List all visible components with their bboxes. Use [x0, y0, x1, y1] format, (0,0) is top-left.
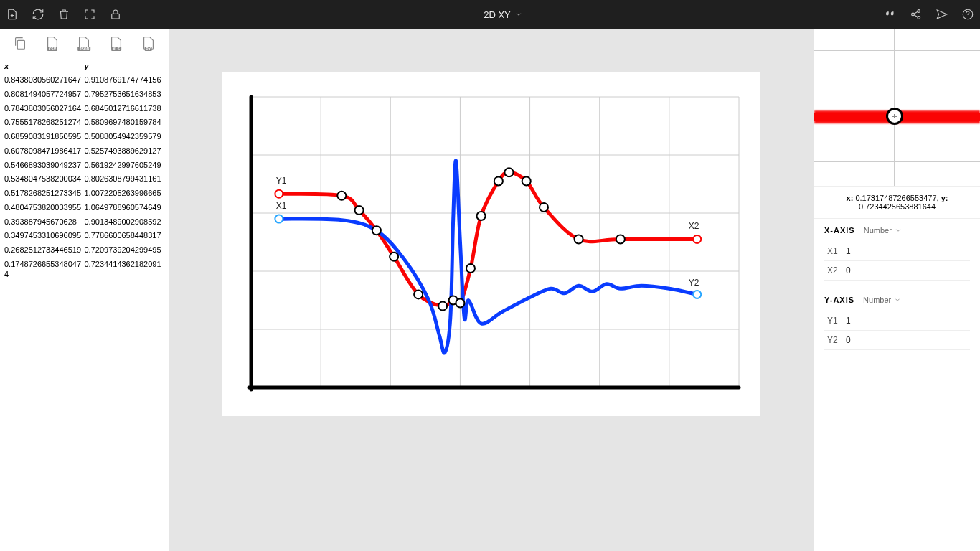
- main: CSV JSON XLS PY x y 0.84380305602716470.…: [0, 29, 980, 551]
- data-table-header: x y: [0, 57, 169, 73]
- svg-point-36: [575, 235, 583, 243]
- svg-text:X2: X2: [689, 221, 699, 231]
- cell-y: 0.9013489002908592: [85, 217, 165, 227]
- table-row[interactable]: 0.54668930390492370.5619242997605249: [0, 159, 169, 173]
- cell-x: 0.5178268251273345: [4, 189, 85, 199]
- sidebar-right: x: 0.17317487266553477, y: 0.72344256538…: [814, 29, 980, 551]
- axis-row-key: Y1: [827, 316, 846, 326]
- cell-y: 0.5809697480159784: [85, 118, 165, 128]
- table-row[interactable]: 0.68590831918505950.5088054942359579: [0, 130, 169, 144]
- cell-x: 0.7843803056027164: [4, 104, 85, 114]
- preview-gridline: [814, 161, 980, 162]
- new-file-icon[interactable]: [6, 8, 19, 21]
- readout-y-label: y:: [941, 194, 948, 202]
- refresh-icon[interactable]: [32, 8, 44, 21]
- table-row[interactable]: 0.48047538200339551.0649788960574649: [0, 201, 169, 215]
- preview-crosshair: [892, 114, 897, 118]
- cell-x: 0.6078098471986417: [4, 146, 85, 156]
- svg-point-34: [522, 176, 531, 185]
- header-x: x: [4, 62, 85, 70]
- axis-row-key: X2: [827, 265, 846, 276]
- cell-x: 0.7555178268251274: [4, 118, 85, 128]
- coord-readout: x: 0.17317487266553477, y: 0.72344256538…: [814, 187, 980, 219]
- y-axis-type-selector[interactable]: Number: [863, 296, 901, 304]
- preview-gridline: [814, 50, 980, 51]
- cell-x: 0.5348047538200034: [4, 174, 85, 184]
- axis-row[interactable]: X11: [824, 242, 970, 261]
- table-row[interactable]: 0.78438030560271640.6845012716611738: [0, 102, 169, 116]
- svg-point-37: [616, 235, 625, 243]
- cell-y: 0.7234414362182091: [85, 260, 165, 280]
- export-json-icon[interactable]: JSON: [75, 34, 93, 52]
- cell-x: 0.5466893039049237: [4, 161, 85, 171]
- export-py-icon[interactable]: PY: [140, 34, 157, 52]
- svg-point-41: [693, 291, 701, 298]
- export-xls-icon[interactable]: XLS: [108, 34, 125, 52]
- table-row[interactable]: 0.60780984719864170.5257493889629127: [0, 144, 169, 159]
- table-row[interactable]: 0.53480475382000340.8026308799431161: [0, 172, 169, 187]
- table-row[interactable]: 0.51782682512733451.0072205263996665: [0, 187, 169, 201]
- svg-text:Y2: Y2: [689, 278, 699, 288]
- chevron-down-icon: [895, 227, 902, 234]
- axis-row[interactable]: Y11: [824, 311, 970, 331]
- cell-x: 0.4804753820033955: [4, 203, 85, 213]
- axis-row-val: 1: [846, 246, 851, 256]
- expand-icon[interactable]: [83, 8, 96, 21]
- data-table[interactable]: x y 0.84380305602716470.9108769174774156…: [0, 57, 169, 551]
- table-row[interactable]: 0.174872665534804740.7234414362182091: [0, 258, 169, 282]
- sidebar-left: CSV JSON XLS PY x y 0.84380305602716470.…: [0, 29, 169, 551]
- export-row: CSV JSON XLS PY: [0, 29, 169, 57]
- x-axis-title: X-AXIS: [824, 226, 855, 235]
- svg-point-32: [494, 176, 503, 185]
- cell-x: 0.17487266553480474: [4, 260, 85, 280]
- axis-row[interactable]: Y20: [824, 331, 970, 350]
- table-row[interactable]: 0.75551782682512740.5809697480159784: [0, 116, 169, 130]
- axis-row[interactable]: X20: [824, 261, 970, 281]
- axis-row-val: 0: [846, 335, 851, 345]
- chart-card[interactable]: X1Y1Y2X2: [222, 72, 760, 416]
- table-row[interactable]: 0.84380305602716470.9108769174774156: [0, 73, 169, 88]
- svg-text:X1: X1: [276, 201, 287, 211]
- svg-text:Y1: Y1: [276, 176, 287, 186]
- preview-box[interactable]: [814, 29, 980, 187]
- topbar: 2D XY: [0, 0, 980, 29]
- cell-y: 0.7952753651634853: [85, 90, 165, 100]
- cell-y: 1.0649788960574649: [85, 203, 165, 213]
- svg-point-24: [372, 226, 381, 235]
- lock-icon[interactable]: [109, 8, 122, 21]
- cell-x: 0.393887945670628: [4, 217, 85, 227]
- readout-y-value: 0.7234425653881644: [859, 202, 936, 211]
- export-csv-icon[interactable]: CSV: [44, 34, 61, 52]
- send-icon[interactable]: [936, 8, 948, 21]
- x-axis-section: X-AXIS Number X11X20: [814, 219, 980, 288]
- canvas-area[interactable]: X1Y1Y2X2: [169, 29, 814, 551]
- axis-row-key: X1: [827, 246, 846, 256]
- svg-point-26: [414, 290, 423, 298]
- svg-rect-5: [18, 40, 25, 49]
- svg-rect-0: [112, 14, 120, 19]
- x-axis-type-selector[interactable]: Number: [864, 226, 902, 235]
- header-y: y: [85, 62, 165, 70]
- copy-icon[interactable]: [11, 34, 29, 52]
- cell-y: 0.5619242997605249: [85, 161, 165, 171]
- svg-point-25: [390, 253, 398, 261]
- table-row[interactable]: 0.80814940577249570.7952753651634853: [0, 88, 169, 102]
- svg-point-1: [912, 13, 915, 16]
- axis-row-key: Y2: [827, 335, 846, 345]
- quote-icon[interactable]: [884, 8, 897, 21]
- help-icon[interactable]: [961, 8, 974, 21]
- svg-point-38: [275, 190, 283, 198]
- table-row[interactable]: 0.3938879456706280.9013489002908592: [0, 215, 169, 230]
- trash-icon[interactable]: [57, 8, 70, 21]
- readout-x-value: 0.17317487266553477,: [855, 194, 938, 202]
- table-row[interactable]: 0.26825127334465190.7209739204299495: [0, 243, 169, 258]
- view-mode-selector[interactable]: 2D XY: [122, 9, 884, 20]
- axis-row-val: 0: [846, 265, 851, 276]
- cell-x: 0.2682512733446519: [4, 245, 85, 255]
- topbar-left: [6, 8, 122, 21]
- y-axis-section: Y-AXIS Number Y11Y20: [814, 288, 980, 357]
- view-mode-label: 2D XY: [484, 9, 511, 20]
- table-row[interactable]: 0.34974533106960950.7786600658448317: [0, 229, 169, 243]
- chart-svg: X1Y1Y2X2: [222, 72, 760, 416]
- share-icon[interactable]: [910, 8, 923, 21]
